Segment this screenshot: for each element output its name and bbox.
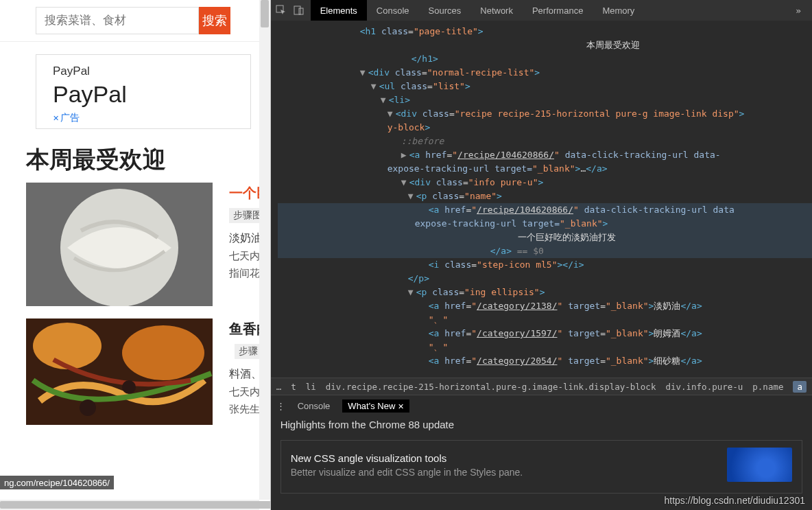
drawer-body: Highlights from the Chrome 88 update New… xyxy=(271,416,812,500)
drawer-tab-whats-new[interactable]: What's New✕ xyxy=(342,399,409,413)
page-title: 本周最受欢迎 xyxy=(26,144,259,176)
crumb[interactable]: t xyxy=(291,382,296,392)
close-icon[interactable]: ✕ xyxy=(398,402,404,410)
browser-viewport: 搜索 PayPal PayPal ✕广告 本周最受欢迎 一个巨好吃的 步骤图 xyxy=(0,0,271,510)
link-status-bar: ng.com/recipe/104620866/ xyxy=(0,476,114,489)
drawer-menu-icon[interactable]: ⋮ xyxy=(276,401,285,411)
svg-point-5 xyxy=(122,380,136,394)
devtools-drawer: ⋮ Console What's New✕ Highlights from th… xyxy=(271,395,812,510)
tab-network[interactable]: Network xyxy=(470,0,523,21)
devtools-toolbar: Elements Console Sources Network Perform… xyxy=(271,0,812,21)
svg-rect-9 xyxy=(299,8,303,14)
crumb[interactable]: div.info.pure-u xyxy=(665,382,743,392)
svg-point-4 xyxy=(122,325,204,380)
device-toolbar-icon[interactable] xyxy=(293,4,305,16)
card-subtitle: Better visualize and edit CSS angle in t… xyxy=(291,467,523,478)
crumb[interactable]: div.recipe.recipe-215-horizontal.pure-g.… xyxy=(326,382,656,392)
svg-point-3 xyxy=(33,323,102,369)
whats-new-card[interactable]: New CSS angle visualization tools Better… xyxy=(280,440,802,494)
crumb[interactable]: p.name xyxy=(752,382,783,392)
recipe-item-1[interactable]: 一个巨好吃的 步骤图 淡奶油、朗姆酒、 七天内 0 人做过 指间花开、 xyxy=(26,183,259,306)
recipe-image[interactable] xyxy=(26,318,213,425)
breadcrumb[interactable]: … t li div.recipe.recipe-215-horizontal.… xyxy=(271,378,812,395)
watermark: https://blog.csdn.net/diudiu12301 xyxy=(665,495,806,506)
devtools-panel: Elements Console Sources Network Perform… xyxy=(271,0,812,510)
recipe-item-2[interactable]: 鱼香肉丝 步骤 料酒、生抽、蚝油 七天内 6 人做过 张先生家的小厨娘 xyxy=(26,318,259,425)
ad-tag-text: 广告 xyxy=(60,112,80,123)
vertical-scrollbar[interactable] xyxy=(259,0,270,500)
search-button[interactable]: 搜索 xyxy=(199,7,230,34)
search-input[interactable] xyxy=(36,7,199,34)
horizontal-scrollbar[interactable] xyxy=(0,500,259,510)
tab-elements[interactable]: Elements xyxy=(311,0,367,21)
step-tag: 步骤 xyxy=(235,344,262,359)
ad-block[interactable]: PayPal PayPal ✕广告 xyxy=(36,54,251,129)
card-thumbnail xyxy=(727,448,792,482)
crumb[interactable]: … xyxy=(276,382,282,392)
more-tabs-icon[interactable]: » xyxy=(789,5,808,16)
devtools-tabs: Elements Console Sources Network Perform… xyxy=(311,0,645,21)
elements-dom-tree[interactable]: <h1 class="page-title">本周最受欢迎</h1>▼<div … xyxy=(271,21,812,378)
drawer-tabs: ⋮ Console What's New✕ xyxy=(271,395,812,416)
card-title: New CSS angle visualization tools xyxy=(291,452,523,464)
whats-new-headline: Highlights from the Chrome 88 update xyxy=(280,419,802,430)
svg-point-6 xyxy=(80,399,96,416)
ad-disclosure[interactable]: ✕广告 xyxy=(53,112,234,124)
search-row: 搜索 xyxy=(0,0,259,42)
crumb[interactable]: li xyxy=(306,382,316,392)
tab-sources[interactable]: Sources xyxy=(419,0,471,21)
ad-brand-large: PayPal xyxy=(53,81,234,108)
tab-memory[interactable]: Memory xyxy=(593,0,644,21)
svg-rect-8 xyxy=(294,6,300,14)
crumb-selected[interactable]: a xyxy=(793,381,807,393)
tab-console[interactable]: Console xyxy=(367,0,419,21)
tab-performance[interactable]: Performance xyxy=(523,0,593,21)
drawer-tab-console[interactable]: Console xyxy=(292,399,336,413)
recipe-image[interactable] xyxy=(26,183,213,306)
inspect-element-icon[interactable] xyxy=(275,4,287,16)
ad-brand-small: PayPal xyxy=(53,65,234,78)
